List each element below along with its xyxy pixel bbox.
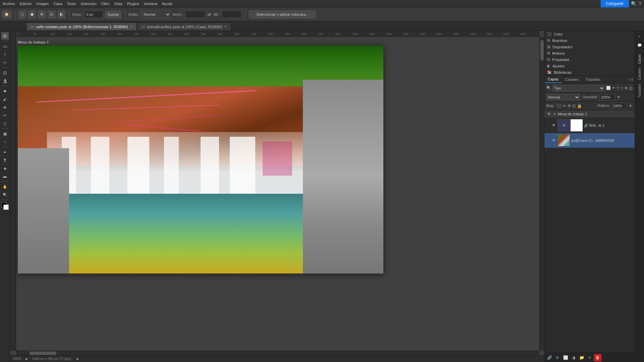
tool-pen[interactable]: ✒ xyxy=(1,148,9,156)
menu-capa[interactable]: Capa xyxy=(53,2,62,6)
quick-panel-degradados-row[interactable]: ▤ Degradados xyxy=(544,44,635,50)
tool-dodge[interactable]: ○ xyxy=(1,138,9,145)
scrollbar-horizontal[interactable] xyxy=(16,351,539,355)
group-visibility-toggle[interactable]: 👁 xyxy=(546,112,552,116)
layer-filter-text[interactable]: T xyxy=(616,86,619,90)
tool-clone[interactable]: ⊕ xyxy=(1,104,9,111)
tool-option-5[interactable]: ◧ xyxy=(57,10,65,18)
layer-photo-visibility[interactable]: 👁 xyxy=(551,138,556,143)
menu-ayuda[interactable]: Ayuda xyxy=(162,2,172,6)
tool-eyedropper[interactable]: 🔬 xyxy=(1,77,9,84)
quick-panel-color-icon[interactable]: ⬛ xyxy=(547,32,552,36)
lock-move-btn[interactable]: ✣ xyxy=(568,104,571,108)
blend-mode-select[interactable]: Normal xyxy=(546,94,580,101)
swap-icon[interactable]: ⇄ xyxy=(207,12,211,17)
menu-texto[interactable]: Texto xyxy=(67,2,76,6)
layer-new-btn[interactable]: ＋ xyxy=(586,354,593,361)
tool-select-rect[interactable]: ▭ xyxy=(1,43,9,50)
tool-option-3[interactable]: ⊕ xyxy=(38,10,46,18)
lock-artboard-btn[interactable]: ⊡ xyxy=(572,104,576,108)
quick-panel-propiedades-label[interactable]: Propiedad... xyxy=(552,58,572,62)
lock-brush-btn[interactable]: ✏ xyxy=(563,104,566,108)
tab-1[interactable]: ps caño cristales.psdc al 100% (Brillo/c… xyxy=(26,22,137,31)
menu-filtro[interactable]: Filtro xyxy=(101,2,109,6)
anch-input[interactable] xyxy=(185,11,205,18)
tab-capas[interactable]: Capas xyxy=(544,76,562,83)
quick-panel-muestras-label[interactable]: Muestras xyxy=(552,39,567,43)
menu-seleccion[interactable]: Selección xyxy=(80,2,97,6)
layer-mask-btn[interactable]: ⬜ xyxy=(562,354,569,361)
help-icon[interactable]: ? xyxy=(639,1,641,6)
tool-lasso[interactable]: ⌇ xyxy=(1,51,9,58)
layer-filter-pixel[interactable]: ⬜ xyxy=(606,86,611,90)
layer-filter-smart[interactable]: ⊕ xyxy=(625,86,628,90)
status-arrow2[interactable]: ▶ xyxy=(76,357,79,361)
tool-crop[interactable]: ⊡ xyxy=(1,69,9,76)
tab-2-close[interactable]: ✕ xyxy=(224,25,227,28)
menu-archivo[interactable]: Archivo xyxy=(3,2,15,6)
quick-panel-bibliotecas-label[interactable]: Bibliotecas xyxy=(554,70,572,74)
tool-option-1[interactable]: ◻ xyxy=(18,10,26,18)
layer-group-btn[interactable]: 📁 xyxy=(578,354,585,361)
lock-all-btn[interactable]: 🔒 xyxy=(577,104,582,108)
estilo-select[interactable]: Normal Restringido Proporciones fijas Ta… xyxy=(141,10,171,18)
search-icon[interactable]: 🔍 xyxy=(631,1,637,6)
layers-menu-icon[interactable]: ≡ xyxy=(631,77,633,82)
scroll-thumb-h[interactable] xyxy=(30,352,56,355)
menu-vista[interactable]: Vista xyxy=(114,2,122,6)
tool-healing[interactable]: ✚ xyxy=(1,87,9,95)
mask-button[interactable]: Seleccionar y aplicar máscara... xyxy=(249,10,316,18)
sujetar-button[interactable]: Sujetar xyxy=(105,10,121,18)
tool-hand[interactable]: ✋ xyxy=(1,183,9,190)
tool-text[interactable]: T xyxy=(1,157,9,164)
layer-link-btn[interactable]: 🔗 xyxy=(546,354,553,361)
share-button[interactable]: Compartir xyxy=(601,0,629,8)
right-icon-chat[interactable]: 💬 xyxy=(636,41,644,49)
quick-panel-motivos-label[interactable]: Motivos xyxy=(552,51,565,55)
canvas-scroll-area[interactable]: Mesa de trabajo 1 xyxy=(16,37,539,351)
group-expand-arrow[interactable]: ▼ xyxy=(553,112,556,116)
quick-panel-motivos-row[interactable]: ⊞ Motivos xyxy=(544,50,635,56)
layer-delete-btn[interactable]: 🗑 xyxy=(594,354,601,361)
status-arrow[interactable]: ▶ xyxy=(25,357,28,361)
opacity-arrow[interactable]: ▼ xyxy=(617,95,621,100)
tab-1-close[interactable]: ✕ xyxy=(130,25,132,28)
quick-panel-ajustes-row[interactable]: ◐ Ajustes xyxy=(544,63,635,69)
layers-expand-icon[interactable]: » xyxy=(628,77,630,82)
layer-item-photo[interactable]: 👁 ps@Cano-Cr...b888b5559 xyxy=(544,133,635,148)
tool-eraser[interactable]: ◻ xyxy=(1,120,9,127)
foreground-color[interactable] xyxy=(1,202,9,210)
layer-item-brightness[interactable]: 👁 ☀ 🔗 Brill...te 1 xyxy=(544,118,635,133)
layers-type-filter[interactable]: Tipo xyxy=(552,85,605,92)
menu-ventana[interactable]: Ventana xyxy=(144,2,157,6)
layer-filter-adjust[interactable]: ✒ xyxy=(612,86,615,90)
quick-panel-color-row[interactable]: ⬛ Color xyxy=(544,31,635,37)
lock-pixels-btn[interactable]: ⬛ xyxy=(556,104,561,108)
tool-option-2[interactable]: ◼ xyxy=(28,10,36,18)
fill-arrow[interactable]: ▼ xyxy=(629,104,633,108)
layer-filter-shape[interactable]: ◻ xyxy=(620,86,623,90)
home-button[interactable]: 🏠 xyxy=(2,10,11,18)
tab-trazados[interactable]: Trazados xyxy=(582,76,604,83)
layer-group-workspace[interactable]: 👁 ▼ Mesa de trabajo 1 xyxy=(544,110,635,118)
scrollbar-vertical[interactable] xyxy=(539,37,544,351)
document-canvas[interactable] xyxy=(18,46,383,274)
tool-shape[interactable]: ▬ xyxy=(1,173,9,180)
quick-panel-degradados-label[interactable]: Degradados xyxy=(552,45,573,49)
tab-canales[interactable]: Canales xyxy=(562,76,582,83)
right-icon-expand[interactable]: » xyxy=(636,32,644,40)
tool-option-4[interactable]: ⊡ xyxy=(48,10,55,18)
right-strip-capas[interactable]: Capas xyxy=(637,53,642,65)
tool-move[interactable]: ✣ xyxy=(1,32,9,40)
tool-magic-wand[interactable]: ⊹ xyxy=(1,59,9,66)
tool-gradient[interactable]: ▦ xyxy=(1,130,9,137)
layer-adjustment-btn[interactable]: ◑ xyxy=(570,354,577,361)
menu-imagen[interactable]: Imagen xyxy=(37,2,49,6)
quick-panel-bibliotecas-row[interactable]: 📚 Bibliotecas xyxy=(544,69,635,75)
scroll-thumb-v[interactable] xyxy=(540,40,544,60)
quick-panel-propiedades-row[interactable]: ⊟ Propiedad... xyxy=(544,56,635,63)
menu-edicion[interactable]: Edición xyxy=(20,2,32,6)
fill-input[interactable] xyxy=(611,103,627,109)
quick-panel-muestras-row[interactable]: ⊞ Muestras xyxy=(544,37,635,44)
tab-2[interactable]: ps animalli-anfibi1.psdc al 100% (Capa, … xyxy=(137,22,231,31)
